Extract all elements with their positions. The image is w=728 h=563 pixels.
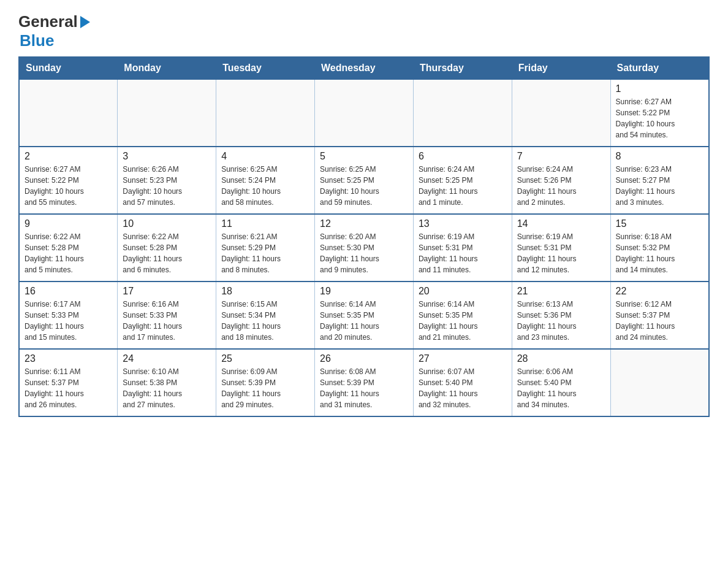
weekday-header-row: SundayMondayTuesdayWednesdayThursdayFrid…: [19, 57, 709, 79]
calendar-day-cell: [315, 79, 414, 147]
day-number: 13: [419, 218, 507, 229]
day-number: 15: [616, 218, 703, 229]
calendar-day-cell: 24Sunrise: 6:10 AM Sunset: 5:38 PM Dayli…: [118, 349, 216, 416]
calendar-day-cell: 2Sunrise: 6:27 AM Sunset: 5:22 PM Daylig…: [19, 147, 118, 214]
calendar-week-row: 2Sunrise: 6:27 AM Sunset: 5:22 PM Daylig…: [19, 147, 709, 214]
calendar-day-cell: [118, 79, 216, 147]
day-info: Sunrise: 6:14 AM Sunset: 5:35 PM Dayligh…: [419, 299, 507, 343]
calendar-day-cell: [413, 79, 512, 147]
calendar-day-cell: 4Sunrise: 6:25 AM Sunset: 5:24 PM Daylig…: [216, 147, 315, 214]
weekday-header: Tuesday: [216, 57, 315, 79]
calendar-week-row: 23Sunrise: 6:11 AM Sunset: 5:37 PM Dayli…: [19, 349, 709, 416]
day-number: 3: [123, 151, 211, 162]
calendar-day-cell: 22Sunrise: 6:12 AM Sunset: 5:37 PM Dayli…: [610, 282, 709, 349]
calendar-day-cell: 17Sunrise: 6:16 AM Sunset: 5:33 PM Dayli…: [118, 282, 216, 349]
day-info: Sunrise: 6:27 AM Sunset: 5:22 PM Dayligh…: [616, 96, 703, 140]
day-info: Sunrise: 6:18 AM Sunset: 5:32 PM Dayligh…: [616, 231, 703, 275]
day-number: 9: [25, 218, 112, 229]
day-info: Sunrise: 6:22 AM Sunset: 5:28 PM Dayligh…: [123, 231, 211, 275]
calendar-day-cell: 9Sunrise: 6:22 AM Sunset: 5:28 PM Daylig…: [19, 214, 118, 282]
calendar-week-row: 1Sunrise: 6:27 AM Sunset: 5:22 PM Daylig…: [19, 79, 709, 147]
calendar-day-cell: 8Sunrise: 6:23 AM Sunset: 5:27 PM Daylig…: [610, 147, 709, 214]
calendar-day-cell: 3Sunrise: 6:26 AM Sunset: 5:23 PM Daylig…: [118, 147, 216, 214]
logo-blue-text: Blue: [20, 31, 54, 50]
day-number: 2: [25, 151, 112, 162]
calendar-day-cell: 28Sunrise: 6:06 AM Sunset: 5:40 PM Dayli…: [512, 349, 610, 416]
calendar-day-cell: 13Sunrise: 6:19 AM Sunset: 5:31 PM Dayli…: [413, 214, 512, 282]
calendar-day-cell: [610, 349, 709, 416]
calendar-day-cell: 14Sunrise: 6:19 AM Sunset: 5:31 PM Dayli…: [512, 214, 610, 282]
day-number: 20: [419, 286, 507, 297]
day-info: Sunrise: 6:11 AM Sunset: 5:37 PM Dayligh…: [25, 366, 112, 410]
day-info: Sunrise: 6:25 AM Sunset: 5:24 PM Dayligh…: [221, 164, 309, 208]
calendar-day-cell: 11Sunrise: 6:21 AM Sunset: 5:29 PM Dayli…: [216, 214, 315, 282]
day-info: Sunrise: 6:25 AM Sunset: 5:25 PM Dayligh…: [320, 164, 408, 208]
day-number: 25: [221, 353, 309, 364]
day-number: 19: [320, 286, 408, 297]
calendar-day-cell: 23Sunrise: 6:11 AM Sunset: 5:37 PM Dayli…: [19, 349, 118, 416]
day-info: Sunrise: 6:19 AM Sunset: 5:31 PM Dayligh…: [419, 231, 507, 275]
day-number: 7: [517, 151, 605, 162]
calendar-week-row: 9Sunrise: 6:22 AM Sunset: 5:28 PM Daylig…: [19, 214, 709, 282]
day-number: 5: [320, 151, 408, 162]
day-number: 28: [517, 353, 605, 364]
logo-general-text: General: [18, 12, 78, 31]
day-number: 11: [221, 218, 309, 229]
day-number: 14: [517, 218, 605, 229]
day-info: Sunrise: 6:09 AM Sunset: 5:39 PM Dayligh…: [221, 366, 309, 410]
day-number: 18: [221, 286, 309, 297]
day-info: Sunrise: 6:24 AM Sunset: 5:26 PM Dayligh…: [517, 164, 605, 208]
calendar-day-cell: 27Sunrise: 6:07 AM Sunset: 5:40 PM Dayli…: [413, 349, 512, 416]
day-info: Sunrise: 6:22 AM Sunset: 5:28 PM Dayligh…: [25, 231, 112, 275]
day-info: Sunrise: 6:16 AM Sunset: 5:33 PM Dayligh…: [123, 299, 211, 343]
day-info: Sunrise: 6:20 AM Sunset: 5:30 PM Dayligh…: [320, 231, 408, 275]
day-number: 22: [616, 286, 703, 297]
page-header: General Blue: [18, 12, 710, 50]
calendar-day-cell: 5Sunrise: 6:25 AM Sunset: 5:25 PM Daylig…: [315, 147, 414, 214]
day-info: Sunrise: 6:13 AM Sunset: 5:36 PM Dayligh…: [517, 299, 605, 343]
weekday-header: Friday: [512, 57, 610, 79]
day-info: Sunrise: 6:27 AM Sunset: 5:22 PM Dayligh…: [25, 164, 112, 208]
weekday-header: Saturday: [610, 57, 709, 79]
calendar-day-cell: 26Sunrise: 6:08 AM Sunset: 5:39 PM Dayli…: [315, 349, 414, 416]
weekday-header: Monday: [118, 57, 216, 79]
calendar-day-cell: 15Sunrise: 6:18 AM Sunset: 5:32 PM Dayli…: [610, 214, 709, 282]
day-number: 17: [123, 286, 211, 297]
day-number: 6: [419, 151, 507, 162]
calendar-day-cell: 19Sunrise: 6:14 AM Sunset: 5:35 PM Dayli…: [315, 282, 414, 349]
day-info: Sunrise: 6:12 AM Sunset: 5:37 PM Dayligh…: [616, 299, 703, 343]
day-number: 27: [419, 353, 507, 364]
day-info: Sunrise: 6:07 AM Sunset: 5:40 PM Dayligh…: [419, 366, 507, 410]
logo-triangle-icon: [80, 16, 90, 28]
calendar-day-cell: 1Sunrise: 6:27 AM Sunset: 5:22 PM Daylig…: [610, 79, 709, 147]
day-number: 23: [25, 353, 112, 364]
calendar-day-cell: 16Sunrise: 6:17 AM Sunset: 5:33 PM Dayli…: [19, 282, 118, 349]
day-number: 12: [320, 218, 408, 229]
calendar-day-cell: 25Sunrise: 6:09 AM Sunset: 5:39 PM Dayli…: [216, 349, 315, 416]
day-number: 24: [123, 353, 211, 364]
calendar-day-cell: [512, 79, 610, 147]
calendar-day-cell: 12Sunrise: 6:20 AM Sunset: 5:30 PM Dayli…: [315, 214, 414, 282]
day-info: Sunrise: 6:15 AM Sunset: 5:34 PM Dayligh…: [221, 299, 309, 343]
weekday-header: Thursday: [413, 57, 512, 79]
day-number: 16: [25, 286, 112, 297]
day-info: Sunrise: 6:23 AM Sunset: 5:27 PM Dayligh…: [616, 164, 703, 208]
day-number: 8: [616, 151, 703, 162]
day-number: 4: [221, 151, 309, 162]
calendar-day-cell: 7Sunrise: 6:24 AM Sunset: 5:26 PM Daylig…: [512, 147, 610, 214]
logo: General Blue: [18, 12, 90, 50]
day-number: 1: [616, 83, 703, 94]
calendar-day-cell: 21Sunrise: 6:13 AM Sunset: 5:36 PM Dayli…: [512, 282, 610, 349]
calendar-day-cell: 18Sunrise: 6:15 AM Sunset: 5:34 PM Dayli…: [216, 282, 315, 349]
day-info: Sunrise: 6:21 AM Sunset: 5:29 PM Dayligh…: [221, 231, 309, 275]
day-info: Sunrise: 6:14 AM Sunset: 5:35 PM Dayligh…: [320, 299, 408, 343]
day-number: 26: [320, 353, 408, 364]
day-info: Sunrise: 6:10 AM Sunset: 5:38 PM Dayligh…: [123, 366, 211, 410]
day-number: 21: [517, 286, 605, 297]
calendar-day-cell: 20Sunrise: 6:14 AM Sunset: 5:35 PM Dayli…: [413, 282, 512, 349]
calendar-week-row: 16Sunrise: 6:17 AM Sunset: 5:33 PM Dayli…: [19, 282, 709, 349]
calendar-day-cell: 10Sunrise: 6:22 AM Sunset: 5:28 PM Dayli…: [118, 214, 216, 282]
day-info: Sunrise: 6:17 AM Sunset: 5:33 PM Dayligh…: [25, 299, 112, 343]
day-number: 10: [123, 218, 211, 229]
day-info: Sunrise: 6:26 AM Sunset: 5:23 PM Dayligh…: [123, 164, 211, 208]
